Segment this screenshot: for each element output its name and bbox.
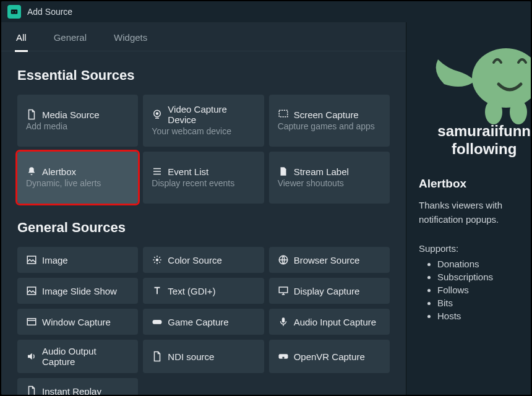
source-card-display-capture[interactable]: Display Capture bbox=[269, 278, 390, 304]
source-picker-pane: All General Widgets Essential Sources Me… bbox=[1, 22, 406, 395]
category-tabs: All General Widgets bbox=[1, 22, 406, 51]
card-title: NDI source bbox=[168, 351, 214, 362]
source-card-stream-label[interactable]: Stream LabelViewer shoutouts bbox=[269, 152, 390, 204]
card-subtitle: Your webcam device bbox=[152, 126, 255, 136]
source-card-screen-capture[interactable]: Screen CaptureCapture games and apps bbox=[269, 95, 390, 147]
preview-line2: following bbox=[452, 140, 517, 157]
list-icon bbox=[152, 166, 163, 177]
tab-general[interactable]: General bbox=[53, 28, 88, 51]
card-title: Window Capture bbox=[42, 317, 111, 327]
supports-item: Bits bbox=[437, 298, 531, 308]
card-title: Game Capture bbox=[168, 317, 228, 327]
svg-rect-5 bbox=[279, 110, 288, 117]
mic-icon bbox=[278, 316, 289, 327]
image-icon bbox=[26, 254, 37, 265]
card-title: Color Source bbox=[168, 255, 222, 265]
source-card-instant-replay[interactable]: Instant Replay bbox=[17, 378, 138, 395]
source-card-ndi-source[interactable]: NDI source bbox=[143, 340, 264, 373]
preview-pane: samuraiifunn following Alertbox Thanks v… bbox=[406, 22, 531, 395]
text-icon bbox=[152, 285, 163, 296]
card-title: OpenVR Capture bbox=[294, 351, 365, 362]
preview-text: samuraiifunn following bbox=[437, 123, 531, 158]
svg-rect-13 bbox=[281, 317, 285, 322]
source-card-game-capture[interactable]: Game Capture bbox=[143, 309, 264, 335]
svg-rect-15 bbox=[282, 357, 284, 359]
card-title: Audio Output Capture bbox=[42, 346, 129, 367]
card-title: Image bbox=[42, 255, 68, 265]
bell-icon bbox=[26, 166, 37, 177]
image-icon bbox=[26, 285, 37, 296]
svg-point-7 bbox=[156, 259, 159, 262]
source-card-browser-source[interactable]: Browser Source bbox=[269, 247, 390, 273]
svg-point-16 bbox=[472, 48, 531, 108]
card-title: Video Capture Device bbox=[168, 104, 255, 125]
svg-point-4 bbox=[156, 112, 159, 115]
card-title: Event List bbox=[168, 166, 208, 177]
card-subtitle: Display recent events bbox=[152, 178, 255, 188]
card-title: Alertbox bbox=[42, 166, 76, 177]
svg-rect-10 bbox=[279, 287, 288, 293]
add-source-window: Add Source All General Widgets Essential… bbox=[1, 1, 531, 395]
titlebar: Add Source bbox=[1, 1, 531, 22]
source-card-video-capture-device[interactable]: Video Capture DeviceYour webcam device bbox=[143, 95, 264, 147]
card-subtitle: Viewer shoutouts bbox=[278, 178, 381, 188]
source-card-event-list[interactable]: Event ListDisplay recent events bbox=[143, 152, 264, 204]
card-title: Stream Label bbox=[294, 166, 349, 177]
alert-preview: samuraiifunn following bbox=[419, 22, 531, 165]
main-area: All General Widgets Essential Sources Me… bbox=[1, 22, 531, 395]
supports-item: Hosts bbox=[437, 311, 531, 321]
source-card-media-source[interactable]: Media SourceAdd media bbox=[17, 95, 138, 147]
card-title: Audio Input Capture bbox=[294, 317, 376, 327]
file-icon bbox=[26, 109, 37, 120]
svg-point-2 bbox=[15, 11, 16, 12]
display-icon bbox=[278, 285, 289, 296]
label-icon bbox=[278, 166, 289, 177]
card-title: Image Slide Show bbox=[42, 286, 117, 296]
card-subtitle: Add media bbox=[26, 121, 129, 131]
source-card-text-gdi-[interactable]: Text (GDI+) bbox=[143, 278, 264, 304]
game-icon bbox=[152, 316, 163, 327]
svg-rect-0 bbox=[11, 10, 18, 14]
supports-list: DonationsSubscriptionsFollowsBitsHosts bbox=[419, 259, 531, 321]
source-card-openvr-capture[interactable]: OpenVR Capture bbox=[269, 340, 390, 373]
file-icon bbox=[152, 351, 163, 362]
svg-rect-11 bbox=[27, 319, 36, 325]
screen-icon bbox=[278, 109, 289, 120]
card-title: Browser Source bbox=[294, 255, 360, 265]
detail-description: Thanks viewers with notification popups. bbox=[419, 198, 531, 227]
app-logo-icon bbox=[7, 5, 21, 19]
card-title: Text (GDI+) bbox=[168, 286, 215, 296]
window-icon bbox=[26, 316, 37, 327]
card-title: Display Capture bbox=[294, 286, 360, 296]
supports-item: Donations bbox=[437, 259, 531, 269]
window-title: Add Source bbox=[27, 7, 72, 17]
card-title: Screen Capture bbox=[294, 110, 359, 120]
source-card-audio-input-capture[interactable]: Audio Input Capture bbox=[269, 309, 390, 335]
preview-line1: samuraiifunn bbox=[437, 123, 531, 139]
mascot-icon bbox=[426, 28, 531, 127]
source-card-image-slide-show[interactable]: Image Slide Show bbox=[17, 278, 138, 304]
card-subtitle: Dynamic, live alerts bbox=[26, 178, 129, 188]
source-list-scroll[interactable]: Essential Sources Media SourceAdd mediaV… bbox=[1, 51, 406, 395]
tab-all[interactable]: All bbox=[15, 28, 28, 52]
tab-widgets[interactable]: Widgets bbox=[113, 28, 148, 51]
supports-label: Supports: bbox=[419, 243, 531, 254]
source-card-color-source[interactable]: Color Source bbox=[143, 247, 264, 273]
supports-item: Follows bbox=[437, 285, 531, 295]
source-card-audio-output-capture[interactable]: Audio Output Capture bbox=[17, 340, 138, 373]
svg-rect-12 bbox=[153, 320, 162, 324]
source-card-image[interactable]: Image bbox=[17, 247, 138, 273]
globe-icon bbox=[278, 254, 289, 265]
source-card-alertbox[interactable]: AlertboxDynamic, live alerts bbox=[17, 152, 138, 204]
essential-heading: Essential Sources bbox=[17, 67, 390, 84]
source-card-window-capture[interactable]: Window Capture bbox=[17, 309, 138, 335]
general-heading: General Sources bbox=[17, 220, 390, 236]
card-title: Instant Replay bbox=[42, 386, 101, 395]
detail-title: Alertbox bbox=[419, 177, 531, 191]
color-icon bbox=[152, 254, 163, 265]
card-subtitle: Capture games and apps bbox=[278, 121, 381, 131]
supports-item: Subscriptions bbox=[437, 272, 531, 282]
svg-point-1 bbox=[12, 11, 14, 12]
vr-icon bbox=[278, 351, 289, 362]
webcam-icon bbox=[152, 109, 163, 120]
